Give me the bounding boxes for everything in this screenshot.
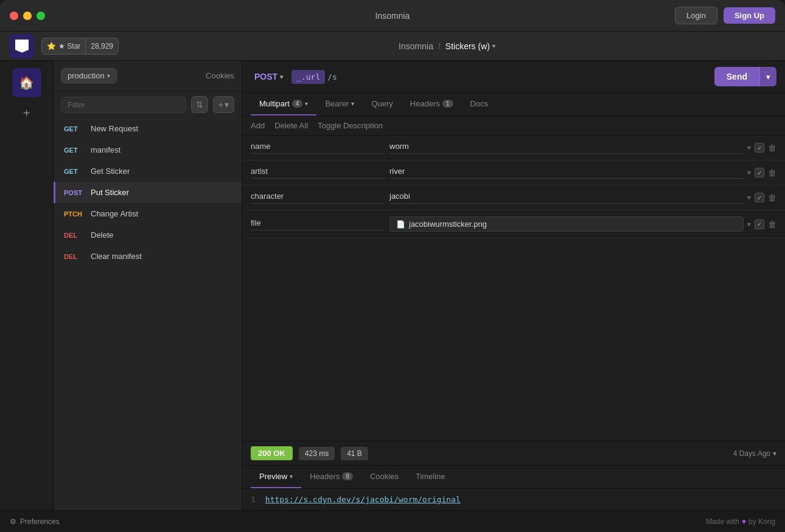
method-badge-patch: PTCH [64, 210, 86, 218]
method-select[interactable]: POST ▾ [251, 69, 287, 84]
tab-timeline[interactable]: Timeline [407, 466, 454, 488]
chevron-down-icon: ▾ [225, 100, 229, 109]
request-item[interactable]: DEL Clear manifest [54, 246, 242, 267]
sidebar-add-button[interactable]: + [18, 105, 35, 122]
request-item[interactable]: GET Get Sticker [54, 161, 242, 182]
field-checkbox-artist[interactable]: ✓ [755, 168, 764, 178]
github-star-count: 28,929 [86, 42, 118, 50]
tab-badge: 8 [342, 472, 353, 480]
plus-icon: + [218, 100, 223, 109]
delete-all-button[interactable]: Delete All [274, 121, 308, 130]
title-actions: Login Sign Up [675, 7, 775, 24]
tab-docs[interactable]: Docs [462, 93, 497, 116]
field-value-name[interactable]: worm [389, 142, 744, 154]
form-fields: name worm ▾ ✓ 🗑 artist river ▾ ✓ 🗑 [242, 136, 785, 441]
chevron-down-icon: ▾ [492, 43, 495, 49]
delete-field-file-button[interactable]: 🗑 [768, 219, 776, 229]
file-icon: 📄 [396, 220, 405, 229]
tab-bearer[interactable]: Bearer ▾ [316, 93, 363, 116]
made-with-label: Made with ♥ by Kong [706, 517, 775, 526]
chevron-down-icon: ▾ [351, 100, 354, 107]
chevron-down-icon: ▾ [773, 449, 776, 458]
logo-icon [15, 40, 29, 53]
form-row-artist: artist river ▾ ✓ 🗑 [242, 161, 785, 185]
add-request-button[interactable]: + ▾ [213, 96, 234, 113]
toolbar-row: Add Delete All Toggle Description [242, 116, 785, 136]
chevron-down-icon[interactable]: ▾ [747, 168, 751, 177]
method-badge-delete: DEL [64, 232, 86, 239]
request-item[interactable]: GET manifest [54, 139, 242, 161]
filter-row: ⇅ + ▾ [54, 91, 242, 118]
content-area: POST ▾ _.url /s Send ▾ Multipart 4 ▾ [242, 61, 785, 510]
file-picker[interactable]: 📄 jacobiwurmsticker.png [389, 216, 744, 232]
request-item[interactable]: GET New Request [54, 118, 242, 139]
request-name: New Request [91, 124, 138, 133]
field-value-character[interactable]: jacobi [389, 192, 744, 204]
breadcrumb-sep: / [438, 41, 441, 51]
request-name: Put Sticker [91, 188, 129, 197]
tab-response-cookies[interactable]: Cookies [361, 466, 407, 488]
sidebar-home-button[interactable]: 🏠 [12, 68, 41, 97]
chevron-down-icon: ▾ [290, 473, 293, 480]
chevron-down-icon: ▾ [280, 74, 283, 80]
request-name: Get Sticker [91, 167, 130, 176]
maximize-button[interactable] [37, 12, 45, 20]
field-name-label: file [251, 218, 385, 230]
tab-badge: 4 [292, 100, 303, 108]
request-item[interactable]: PTCH Change Artist [54, 203, 242, 224]
response-age[interactable]: 4 Days Ago ▾ [733, 449, 776, 458]
signup-button[interactable]: Sign Up [724, 7, 775, 24]
url-suffix: /s [327, 72, 337, 81]
close-button[interactable] [10, 12, 18, 20]
sidebar: 🏠 + [0, 61, 54, 510]
tab-preview[interactable]: Preview ▾ [251, 466, 301, 488]
request-name: Delete [91, 230, 114, 240]
request-name: Change Artist [91, 209, 138, 218]
logo-button[interactable] [10, 34, 34, 58]
response-size: 41 B [341, 447, 368, 460]
chevron-down-icon[interactable]: ▾ [747, 220, 751, 229]
send-dropdown-button[interactable]: ▾ [759, 67, 776, 86]
request-item[interactable]: DEL Delete [54, 224, 242, 246]
field-name-label: artist [251, 167, 385, 179]
field-value-wrapper: jacobi ▾ ✓ 🗑 [389, 192, 776, 204]
delete-field-character-button[interactable]: 🗑 [768, 193, 776, 202]
field-checkbox-character[interactable]: ✓ [755, 193, 764, 202]
github-star-label[interactable]: ⭐ ★ Star [42, 38, 86, 54]
breadcrumb-current[interactable]: Stickers (w) ▾ [445, 41, 495, 51]
response-url-link[interactable]: https://s.cdyn.dev/s/jacobi/worm/origina… [265, 495, 461, 504]
send-button[interactable]: Send [714, 67, 759, 86]
tab-headers[interactable]: Headers 1 [402, 93, 462, 116]
filter-input[interactable] [61, 97, 186, 113]
login-button[interactable]: Login [675, 7, 717, 24]
field-value-wrapper: 📄 jacobiwurmsticker.png ▾ ✓ 🗑 [389, 216, 776, 232]
delete-field-artist-button[interactable]: 🗑 [768, 168, 776, 178]
traffic-lights [10, 12, 45, 20]
github-star-widget[interactable]: ⭐ ★ Star 28,929 [41, 38, 119, 55]
minimize-button[interactable] [23, 12, 32, 20]
field-checkbox-name[interactable]: ✓ [755, 143, 764, 153]
url-prefix[interactable]: _.url [291, 70, 325, 84]
tab-query[interactable]: Query [363, 93, 401, 116]
delete-field-name-button[interactable]: 🗑 [768, 143, 776, 153]
field-checkbox-file[interactable]: ✓ [755, 219, 764, 229]
toggle-description-button[interactable]: Toggle Description [318, 121, 383, 130]
request-panel-header: production ▾ Cookies [54, 61, 242, 91]
url-bar: POST ▾ _.url /s Send ▾ [242, 61, 785, 93]
field-value-artist[interactable]: river [389, 167, 744, 179]
form-row-character: character jacobi ▾ ✓ 🗑 [242, 185, 785, 210]
chevron-down-icon[interactable]: ▾ [747, 193, 751, 202]
header-nav: ⭐ ★ Star 28,929 Insomnia / Stickers (w) … [0, 32, 785, 61]
breadcrumb-project: Insomnia [399, 41, 433, 51]
preferences-button[interactable]: ⚙ Preferences [10, 517, 60, 526]
sort-button[interactable]: ⇅ [191, 96, 208, 113]
tab-response-headers[interactable]: Headers 8 [301, 466, 361, 488]
environment-select[interactable]: production ▾ [61, 68, 117, 83]
breadcrumb: Insomnia / Stickers (w) ▾ [119, 41, 775, 51]
chevron-down-icon[interactable]: ▾ [747, 143, 751, 152]
cookies-button[interactable]: Cookies [206, 71, 234, 80]
chevron-down-icon: ▾ [305, 100, 308, 107]
tab-multipart[interactable]: Multipart 4 ▾ [251, 93, 316, 116]
request-item-active[interactable]: POST Put Sticker [54, 182, 242, 203]
add-field-button[interactable]: Add [251, 121, 265, 130]
